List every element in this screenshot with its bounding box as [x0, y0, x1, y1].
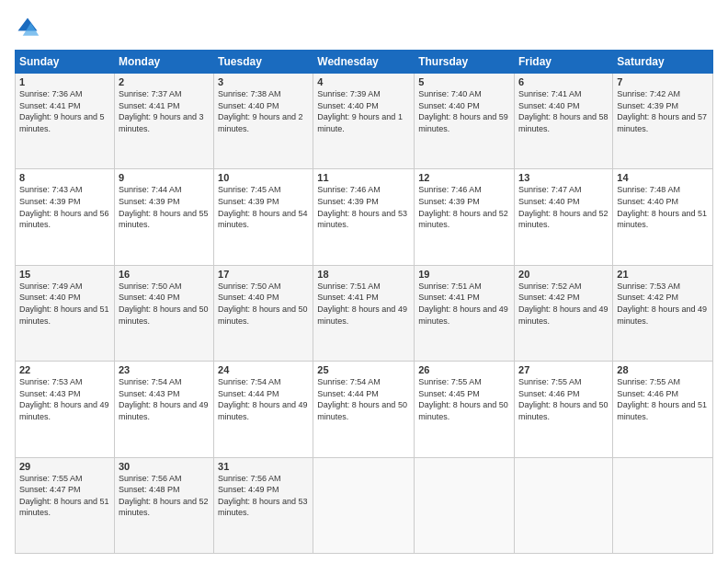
day-number: 16 [119, 269, 210, 280]
logo-icon [15, 15, 40, 40]
calendar-cell: 10Sunrise: 7:45 AMSunset: 4:39 PMDayligh… [214, 169, 313, 265]
day-info: Sunrise: 7:56 AMSunset: 4:49 PMDaylight:… [218, 473, 309, 519]
calendar-cell: 28Sunrise: 7:55 AMSunset: 4:46 PMDayligh… [613, 362, 713, 457]
calendar-cell [515, 457, 613, 553]
calendar-cell: 7Sunrise: 7:42 AMSunset: 4:39 PMDaylight… [613, 74, 713, 169]
calendar-cell: 18Sunrise: 7:51 AMSunset: 4:41 PMDayligh… [313, 265, 415, 361]
col-header-thursday: Thursday [415, 51, 515, 74]
calendar-cell: 6Sunrise: 7:41 AMSunset: 4:40 PMDaylight… [515, 74, 613, 169]
calendar-table: SundayMondayTuesdayWednesdayThursdayFrid… [15, 50, 713, 554]
calendar-cell: 11Sunrise: 7:46 AMSunset: 4:39 PMDayligh… [313, 169, 415, 265]
day-info: Sunrise: 7:50 AMSunset: 4:40 PMDaylight:… [119, 281, 210, 327]
day-info: Sunrise: 7:55 AMSunset: 4:46 PMDaylight:… [518, 376, 609, 422]
calendar-cell [415, 457, 515, 553]
day-number: 15 [19, 269, 110, 280]
col-header-monday: Monday [114, 51, 213, 74]
day-info: Sunrise: 7:38 AMSunset: 4:40 PMDaylight:… [218, 88, 309, 134]
day-info: Sunrise: 7:50 AMSunset: 4:40 PMDaylight:… [218, 281, 309, 327]
header [15, 15, 713, 40]
day-info: Sunrise: 7:55 AMSunset: 4:46 PMDaylight:… [617, 376, 709, 422]
col-header-saturday: Saturday [613, 51, 713, 74]
calendar-cell: 3Sunrise: 7:38 AMSunset: 4:40 PMDaylight… [214, 74, 313, 169]
day-info: Sunrise: 7:53 AMSunset: 4:43 PMDaylight:… [19, 376, 110, 422]
day-info: Sunrise: 7:54 AMSunset: 4:43 PMDaylight:… [119, 376, 210, 422]
day-number: 7 [617, 76, 709, 87]
day-info: Sunrise: 7:41 AMSunset: 4:40 PMDaylight:… [518, 88, 609, 134]
calendar-cell: 16Sunrise: 7:50 AMSunset: 4:40 PMDayligh… [114, 265, 213, 361]
calendar-cell: 12Sunrise: 7:46 AMSunset: 4:39 PMDayligh… [415, 169, 515, 265]
day-number: 19 [418, 269, 510, 280]
day-info: Sunrise: 7:46 AMSunset: 4:39 PMDaylight:… [317, 184, 410, 230]
day-number: 6 [518, 76, 609, 87]
calendar-cell: 8Sunrise: 7:43 AMSunset: 4:39 PMDaylight… [16, 169, 115, 265]
day-number: 5 [418, 76, 510, 87]
calendar-cell: 25Sunrise: 7:54 AMSunset: 4:44 PMDayligh… [313, 362, 415, 457]
day-number: 4 [317, 76, 410, 87]
calendar-cell [613, 457, 713, 553]
calendar-cell: 17Sunrise: 7:50 AMSunset: 4:40 PMDayligh… [214, 265, 313, 361]
col-header-tuesday: Tuesday [214, 51, 313, 74]
day-number: 2 [119, 76, 210, 87]
day-number: 11 [317, 172, 410, 183]
calendar-cell: 4Sunrise: 7:39 AMSunset: 4:40 PMDaylight… [313, 74, 415, 169]
calendar-cell: 5Sunrise: 7:40 AMSunset: 4:40 PMDaylight… [415, 74, 515, 169]
day-number: 9 [119, 172, 210, 183]
day-number: 26 [418, 364, 510, 375]
day-number: 22 [19, 364, 110, 375]
day-info: Sunrise: 7:44 AMSunset: 4:39 PMDaylight:… [119, 184, 210, 230]
calendar-header-row: SundayMondayTuesdayWednesdayThursdayFrid… [16, 51, 713, 74]
day-number: 24 [218, 364, 309, 375]
day-number: 31 [218, 461, 309, 472]
calendar-week-row: 29Sunrise: 7:55 AMSunset: 4:47 PMDayligh… [16, 457, 713, 553]
calendar-cell: 1Sunrise: 7:36 AMSunset: 4:41 PMDaylight… [16, 74, 115, 169]
calendar-cell: 14Sunrise: 7:48 AMSunset: 4:40 PMDayligh… [613, 169, 713, 265]
day-number: 3 [218, 76, 309, 87]
page: SundayMondayTuesdayWednesdayThursdayFrid… [0, 0, 728, 563]
day-info: Sunrise: 7:47 AMSunset: 4:40 PMDaylight:… [518, 184, 609, 230]
day-number: 30 [119, 461, 210, 472]
day-info: Sunrise: 7:45 AMSunset: 4:39 PMDaylight:… [218, 184, 309, 230]
day-number: 25 [317, 364, 410, 375]
day-info: Sunrise: 7:55 AMSunset: 4:47 PMDaylight:… [19, 473, 110, 519]
day-info: Sunrise: 7:56 AMSunset: 4:48 PMDaylight:… [119, 473, 210, 519]
calendar-week-row: 8Sunrise: 7:43 AMSunset: 4:39 PMDaylight… [16, 169, 713, 265]
day-info: Sunrise: 7:43 AMSunset: 4:39 PMDaylight:… [19, 184, 110, 230]
calendar-cell: 15Sunrise: 7:49 AMSunset: 4:40 PMDayligh… [16, 265, 115, 361]
calendar-cell: 20Sunrise: 7:52 AMSunset: 4:42 PMDayligh… [515, 265, 613, 361]
day-number: 29 [19, 461, 110, 472]
calendar-week-row: 22Sunrise: 7:53 AMSunset: 4:43 PMDayligh… [16, 362, 713, 457]
calendar-cell [313, 457, 415, 553]
calendar-cell: 30Sunrise: 7:56 AMSunset: 4:48 PMDayligh… [114, 457, 213, 553]
day-info: Sunrise: 7:46 AMSunset: 4:39 PMDaylight:… [418, 184, 510, 230]
day-info: Sunrise: 7:54 AMSunset: 4:44 PMDaylight:… [317, 376, 410, 422]
calendar-cell: 13Sunrise: 7:47 AMSunset: 4:40 PMDayligh… [515, 169, 613, 265]
day-number: 21 [617, 269, 709, 280]
day-info: Sunrise: 7:39 AMSunset: 4:40 PMDaylight:… [317, 88, 410, 134]
calendar-cell: 2Sunrise: 7:37 AMSunset: 4:41 PMDaylight… [114, 74, 213, 169]
col-header-friday: Friday [515, 51, 613, 74]
day-info: Sunrise: 7:54 AMSunset: 4:44 PMDaylight:… [218, 376, 309, 422]
calendar-cell: 26Sunrise: 7:55 AMSunset: 4:45 PMDayligh… [415, 362, 515, 457]
day-number: 23 [119, 364, 210, 375]
day-number: 12 [418, 172, 510, 183]
calendar-cell: 22Sunrise: 7:53 AMSunset: 4:43 PMDayligh… [16, 362, 115, 457]
col-header-sunday: Sunday [16, 51, 115, 74]
day-number: 17 [218, 269, 309, 280]
day-info: Sunrise: 7:51 AMSunset: 4:41 PMDaylight:… [317, 281, 410, 327]
day-number: 1 [19, 76, 110, 87]
day-number: 14 [617, 172, 709, 183]
calendar-cell: 21Sunrise: 7:53 AMSunset: 4:42 PMDayligh… [613, 265, 713, 361]
day-number: 27 [518, 364, 609, 375]
day-number: 8 [19, 172, 110, 183]
day-info: Sunrise: 7:36 AMSunset: 4:41 PMDaylight:… [19, 88, 110, 134]
calendar-cell: 29Sunrise: 7:55 AMSunset: 4:47 PMDayligh… [16, 457, 115, 553]
day-info: Sunrise: 7:52 AMSunset: 4:42 PMDaylight:… [518, 281, 609, 327]
day-info: Sunrise: 7:40 AMSunset: 4:40 PMDaylight:… [418, 88, 510, 134]
calendar-cell: 24Sunrise: 7:54 AMSunset: 4:44 PMDayligh… [214, 362, 313, 457]
calendar-week-row: 1Sunrise: 7:36 AMSunset: 4:41 PMDaylight… [16, 74, 713, 169]
day-info: Sunrise: 7:49 AMSunset: 4:40 PMDaylight:… [19, 281, 110, 327]
day-number: 10 [218, 172, 309, 183]
calendar-cell: 27Sunrise: 7:55 AMSunset: 4:46 PMDayligh… [515, 362, 613, 457]
calendar-cell: 19Sunrise: 7:51 AMSunset: 4:41 PMDayligh… [415, 265, 515, 361]
logo [15, 15, 44, 40]
